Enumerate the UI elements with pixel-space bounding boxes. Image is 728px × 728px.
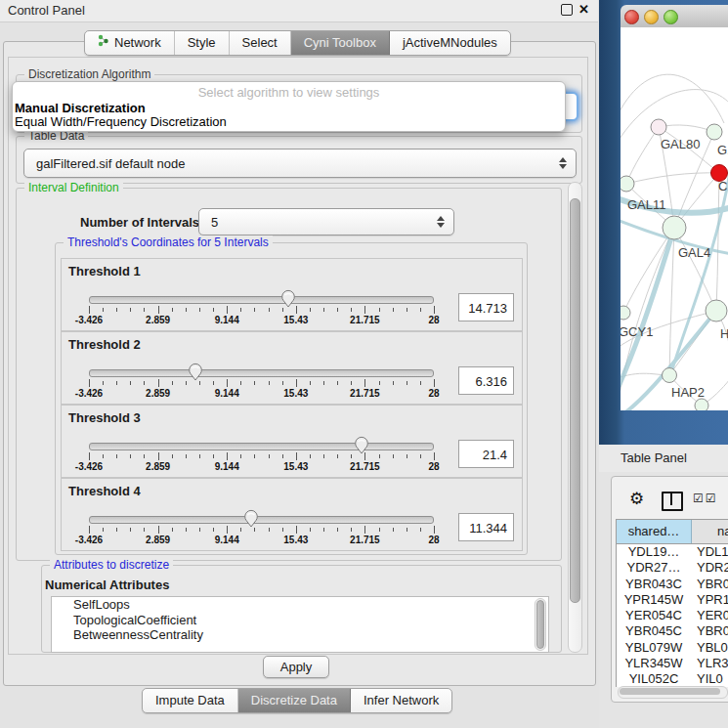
algorithm-option-manual-discretization[interactable]: Manual Discretization: [15, 102, 563, 115]
tab-network[interactable]: Network: [85, 31, 175, 55]
threshold-value-field[interactable]: 14.713: [458, 293, 514, 321]
tick-mark: [186, 454, 187, 458]
tab-label: Select: [242, 31, 278, 55]
table-row[interactable]: YBL079WYBL0: [617, 640, 728, 656]
threshold-label: Threshold 2: [68, 337, 141, 352]
tick-label: 9.144: [215, 315, 239, 325]
float-window-icon[interactable]: [561, 4, 573, 16]
columns-icon[interactable]: [662, 492, 683, 511]
checkbox-icons[interactable]: ☑☑: [693, 492, 718, 505]
table-horizontal-scrollbar[interactable]: [618, 686, 728, 699]
gear-icon[interactable]: ⚙: [629, 489, 644, 509]
table-row[interactable]: YDL19…YDL1: [617, 544, 728, 560]
tick-mark: [379, 308, 380, 312]
attribute-item-betweennesscentrality[interactable]: BetweennessCentrality: [52, 627, 548, 643]
attributes-list-scrollbar[interactable]: [535, 598, 546, 651]
screen: { "window": { "title": "Control Panel" }…: [0, 0, 728, 728]
scrollbar-thumb[interactable]: [536, 600, 544, 649]
column-header-shared-[interactable]: shared…: [617, 520, 692, 543]
minimize-traffic-light-icon[interactable]: [644, 10, 659, 24]
attribute-item-selfloops[interactable]: SelfLoops: [52, 597, 548, 613]
network-node-green[interactable]: [706, 300, 727, 321]
cell-shared-name: YBR043C: [617, 577, 691, 592]
attribute-item-topologicalcoefficient[interactable]: TopologicalCoefficient: [52, 613, 548, 628]
tick-mark: [227, 306, 228, 314]
network-node-green[interactable]: [621, 176, 634, 192]
tick-mark: [351, 454, 352, 458]
table-row[interactable]: YBR045CYBR0: [617, 623, 728, 639]
network-node-green[interactable]: [663, 216, 686, 239]
slider-track[interactable]: [89, 443, 434, 450]
algorithm-option-equal-width-frequency-discretization[interactable]: Equal Width/Frequency Discretization: [15, 115, 563, 129]
tab-select[interactable]: Select: [230, 31, 291, 55]
network-canvas[interactable]: GAL80G.CGAL11GAL4GCY1HHAP2: [621, 27, 728, 410]
apply-button[interactable]: Apply: [263, 656, 329, 678]
cell-shared-name: YPR145W: [617, 592, 691, 608]
threshold-value-field[interactable]: 21.4: [458, 440, 514, 468]
tick-mark: [379, 528, 380, 532]
table-row[interactable]: YLR345WYLR3: [617, 656, 728, 671]
tick-mark: [407, 308, 407, 312]
slider-ticks: [89, 526, 434, 535]
panel-title: Control Panel: [8, 3, 85, 18]
table-row[interactable]: YDR27…YDR2: [617, 560, 728, 576]
tick-mark: [420, 454, 421, 458]
slider-track[interactable]: [89, 516, 434, 524]
attributes-listbox[interactable]: SelfLoopsTopologicalCoefficientBetweenne…: [51, 596, 549, 653]
tick-mark: [186, 528, 187, 532]
tab-impute-data[interactable]: Impute Data: [143, 689, 238, 712]
number-of-intervals-combobox[interactable]: 5: [198, 208, 454, 236]
tick-label: 28: [428, 315, 439, 325]
network-node-green[interactable]: [707, 124, 722, 140]
table-row[interactable]: YIL052CYIL0: [617, 671, 728, 687]
tick-mark: [144, 528, 145, 532]
combo-spinner-icon: [556, 157, 570, 169]
zoom-traffic-light-icon[interactable]: [664, 10, 678, 24]
network-node-green[interactable]: [663, 368, 677, 383]
threshold-value-field[interactable]: 6.316: [458, 366, 514, 395]
table-row[interactable]: YBR043CYBR0: [617, 577, 728, 592]
column-header-na[interactable]: na: [692, 520, 728, 543]
table-row[interactable]: YPR145WYPR1: [617, 592, 728, 608]
close-traffic-light-icon[interactable]: [624, 10, 639, 24]
tick-mark: [158, 526, 159, 534]
popup-hint: Select algorithm to view settings: [13, 85, 565, 100]
tick-mark: [269, 454, 270, 458]
tick-mark: [296, 306, 297, 314]
cell-name: YDL1: [691, 544, 728, 560]
tab-jactivemnodules[interactable]: jActiveMNodules: [390, 31, 510, 55]
tick-mark: [420, 308, 421, 312]
scrollbar-thumb[interactable]: [620, 688, 720, 695]
tick-mark: [337, 454, 338, 458]
threshold-row-4: Threshold 4-3.4262.8599.14415.4321.71528…: [61, 478, 523, 551]
network-node-green[interactable]: [695, 399, 708, 410]
settings-vertical-scrollbar[interactable]: [568, 182, 582, 653]
tab-cyni-toolbox[interactable]: Cyni Toolbox: [291, 31, 390, 55]
slider-track[interactable]: [89, 369, 434, 377]
tab-style[interactable]: Style: [175, 31, 230, 55]
tick-label: 15.43: [283, 388, 308, 399]
slider-tick-labels: -3.4262.8599.14415.4321.71528: [89, 388, 434, 400]
threshold-value-field[interactable]: 11.344: [458, 513, 514, 541]
scrollbar-thumb[interactable]: [570, 198, 580, 603]
tab-infer-network[interactable]: Infer Network: [351, 689, 451, 712]
tick-mark: [240, 308, 241, 312]
close-icon[interactable]: ✕: [578, 2, 589, 17]
network-node-green[interactable]: [621, 306, 630, 320]
network-window-titlebar[interactable]: [621, 5, 728, 28]
table-row[interactable]: YER054CYER0: [617, 608, 728, 623]
tick-mark: [337, 381, 338, 385]
tick-mark: [213, 381, 214, 385]
tick-mark: [420, 381, 421, 385]
tick-mark: [213, 308, 214, 312]
table-data-combobox[interactable]: galFiltered.sif default node: [23, 149, 577, 178]
tick-label: -3.426: [75, 315, 103, 325]
tab-discretize-data[interactable]: Discretize Data: [238, 689, 351, 712]
tick-mark: [296, 526, 297, 534]
node-attribute-table[interactable]: shared…na YDL19…YDL1YDR27…YDR2YBR043CYBR…: [616, 519, 728, 687]
tick-mark: [103, 381, 104, 385]
tick-mark: [240, 528, 241, 532]
threshold-row-2: Threshold 2-3.4262.8599.14415.4321.71528…: [61, 331, 523, 405]
network-node-pink[interactable]: [651, 119, 666, 135]
slider-track[interactable]: [89, 296, 434, 304]
